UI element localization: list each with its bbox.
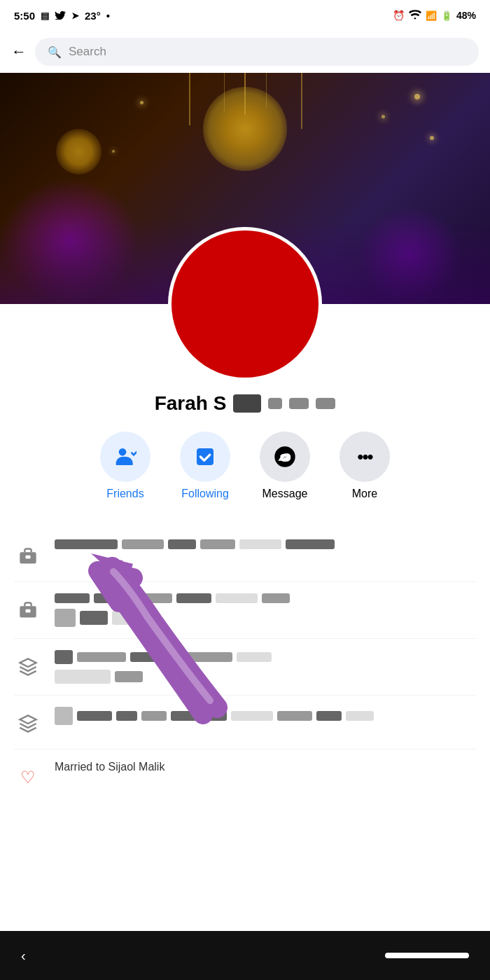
info-row-work1 xyxy=(14,528,476,582)
profile-name-visible: Farah S xyxy=(155,392,227,415)
relationship-text: Married to Sijaol Malik xyxy=(55,761,164,773)
message-button[interactable]: Message xyxy=(253,432,316,500)
svg-point-0 xyxy=(119,448,127,456)
edu-info-line2a xyxy=(55,707,476,725)
more-dots-icon: ••• xyxy=(357,446,372,468)
search-bar[interactable]: 🔍 Search xyxy=(35,38,479,66)
search-input[interactable]: Search xyxy=(69,45,106,59)
message-button-icon-bg xyxy=(260,432,310,482)
battery-percent: 48% xyxy=(456,10,476,21)
work-info-line2a xyxy=(55,593,476,603)
cover-decoration-small xyxy=(56,129,102,174)
send-icon: ➤ xyxy=(71,11,79,21)
bottom-navigation-bar: ‹ xyxy=(0,931,490,980)
status-notification-icon: ▤ xyxy=(41,11,49,21)
avatar-wrapper xyxy=(168,227,322,381)
friends-button[interactable]: Friends xyxy=(94,432,157,500)
bottom-home-pill[interactable] xyxy=(385,953,469,958)
friends-button-label: Friends xyxy=(106,488,144,500)
info-row-edu2 xyxy=(14,696,476,750)
work-info-content-1 xyxy=(55,539,476,549)
edu-info-line1b xyxy=(55,670,476,684)
search-icon: 🔍 xyxy=(48,46,62,59)
status-right-area: ⏰ 📶 🔋 48% xyxy=(393,10,476,22)
twitter-icon xyxy=(55,10,66,22)
battery-icon: 🔋 xyxy=(441,11,452,21)
work-icon-1 xyxy=(14,542,42,570)
work-info-line1 xyxy=(55,539,476,549)
info-row-work2 xyxy=(14,582,476,639)
following-button-label: Following xyxy=(181,488,229,500)
more-button-label: More xyxy=(352,488,377,500)
info-section: ♡ Married to Sijaol Malik xyxy=(0,521,490,817)
back-button[interactable]: ← xyxy=(11,43,27,61)
profile-name-blur1 xyxy=(233,394,261,413)
svg-rect-6 xyxy=(26,609,31,613)
profile-section: Farah S Friends xyxy=(0,304,490,514)
profile-name-blur3 xyxy=(289,398,309,409)
work-info-line2b xyxy=(55,609,476,627)
signal-icon: 📶 xyxy=(426,11,437,21)
work-info-content-2 xyxy=(55,593,476,627)
heart-icon: ♡ xyxy=(14,764,42,792)
more-button[interactable]: ••• More xyxy=(333,432,396,500)
avatar xyxy=(168,227,322,381)
relationship-info-content: Married to Sijaol Malik xyxy=(55,761,476,773)
svg-rect-4 xyxy=(26,555,31,559)
profile-name-blur2 xyxy=(268,398,282,409)
edu-info-content-1 xyxy=(55,650,476,684)
edu-info-content-2 xyxy=(55,707,476,731)
edu-info-line1a xyxy=(55,650,476,664)
temperature-display: 23° xyxy=(85,10,101,22)
top-navigation: ← 🔍 Search xyxy=(0,31,490,73)
education-icon-2 xyxy=(14,710,42,738)
following-button-icon-bg xyxy=(180,432,230,482)
svg-rect-1 xyxy=(197,448,214,465)
profile-name-row: Farah S xyxy=(155,392,336,415)
work-icon-2 xyxy=(14,596,42,624)
alarm-icon: ⏰ xyxy=(393,10,405,21)
wifi-icon xyxy=(409,10,421,22)
status-time: 5:50 xyxy=(14,10,35,22)
status-time-area: 5:50 ▤ ➤ 23° • xyxy=(14,10,110,22)
profile-name-blur4 xyxy=(316,398,335,409)
education-icon-1 xyxy=(14,653,42,681)
info-row-relationship: ♡ Married to Sijaol Malik xyxy=(14,750,476,803)
bottom-back-chevron[interactable]: ‹ xyxy=(21,948,26,964)
info-row-edu1 xyxy=(14,639,476,696)
following-button[interactable]: Following xyxy=(174,432,237,500)
dot-indicator: • xyxy=(106,10,110,22)
more-button-icon-bg: ••• xyxy=(340,432,390,482)
status-bar: 5:50 ▤ ➤ 23° • ⏰ 📶 🔋 48% xyxy=(0,0,490,31)
friends-button-icon-bg xyxy=(100,432,150,482)
action-buttons-row: Friends Following xyxy=(0,432,490,500)
message-button-label: Message xyxy=(262,488,308,500)
